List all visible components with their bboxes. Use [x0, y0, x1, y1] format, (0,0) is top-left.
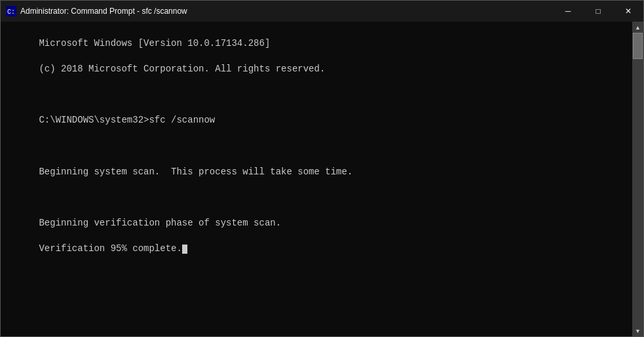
terminal-body: Microsoft Windows [Version 10.0.17134.28…	[1, 22, 643, 336]
cmd-icon: C:	[6, 6, 16, 16]
minimize-button[interactable]: ─	[553, 1, 583, 22]
terminal-line-4: C:\WINDOWS\system32>sfc /scannow	[39, 115, 215, 125]
close-button[interactable]: ✕	[613, 1, 643, 22]
terminal-content[interactable]: Microsoft Windows [Version 10.0.17134.28…	[1, 22, 632, 336]
titlebar: C: Administrator: Command Prompt - sfc /…	[1, 1, 643, 22]
scrollbar-down-button[interactable]: ▼	[632, 325, 643, 336]
terminal-line-1: Microsoft Windows [Version 10.0.17134.28…	[39, 38, 270, 49]
maximize-button[interactable]: □	[583, 1, 613, 22]
terminal-line-9: Verification 95% complete.	[39, 243, 181, 254]
window-title: Administrator: Command Prompt - sfc /sca…	[20, 7, 638, 16]
terminal-line-6: Beginning system scan. This process will…	[39, 167, 352, 177]
scrollbar-up-button[interactable]: ▲	[632, 22, 643, 33]
svg-text:C:: C:	[7, 9, 15, 16]
window-controls: ─ □ ✕	[553, 1, 643, 22]
scrollbar-thumb[interactable]	[633, 33, 643, 59]
cursor	[182, 245, 187, 254]
terminal-line-8: Beginning verification phase of system s…	[39, 218, 281, 228]
scrollbar[interactable]: ▲ ▼	[632, 22, 643, 336]
cmd-window: C: Administrator: Command Prompt - sfc /…	[0, 0, 644, 337]
terminal-line-2: (c) 2018 Microsoft Corporation. All righ…	[39, 64, 325, 74]
scrollbar-track[interactable]	[632, 33, 643, 325]
